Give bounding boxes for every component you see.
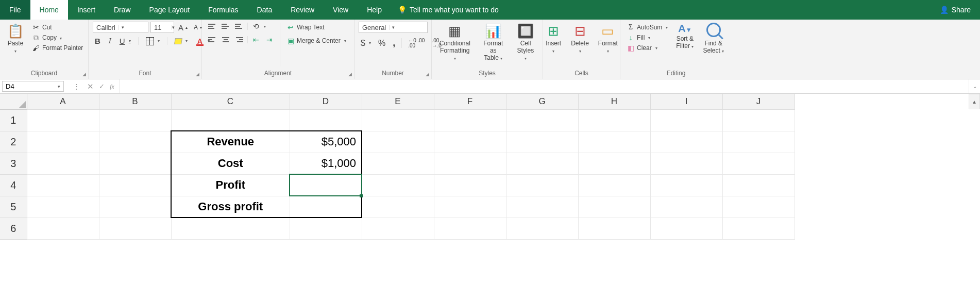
config-button[interactable]: ⋮	[71, 82, 82, 91]
tab-page-layout[interactable]: Page Layout	[140, 0, 199, 20]
align-left-button[interactable]	[206, 37, 218, 43]
cell-C3[interactable]: Cost	[171, 153, 290, 174]
formula-input[interactable]	[120, 79, 969, 93]
cell-D5[interactable]	[290, 196, 362, 218]
cancel-button[interactable]: ✕	[87, 82, 94, 91]
cell-G3[interactable]	[506, 153, 578, 174]
paste-button[interactable]: 📋 Paste	[4, 22, 27, 56]
cell-E5[interactable]	[362, 196, 434, 218]
cell-A6[interactable]	[27, 218, 99, 239]
row-header-3[interactable]: 3	[0, 153, 27, 174]
cell-A1[interactable]	[27, 109, 99, 131]
align-center-button[interactable]	[219, 37, 232, 43]
cell-A4[interactable]	[27, 174, 99, 196]
cell-grid[interactable]: A B C D E F G H I J 1 2 Revenue $5,000 3…	[0, 94, 795, 240]
percent-button[interactable]: %	[376, 38, 387, 48]
cell-E6[interactable]	[362, 218, 434, 239]
col-header-C[interactable]: C	[171, 94, 290, 109]
name-box[interactable]: D4▾	[2, 81, 64, 92]
cell-E2[interactable]	[362, 131, 434, 153]
cell-F3[interactable]	[434, 153, 506, 174]
cell-E1[interactable]	[362, 109, 434, 131]
sort-filter-button[interactable]: A▼Sort &Filter	[673, 22, 697, 51]
tab-file[interactable]: File	[0, 0, 30, 20]
cell-D6[interactable]	[290, 218, 362, 239]
delete-cells-button[interactable]: ⊟Delete	[568, 22, 592, 56]
cell-J2[interactable]	[722, 131, 795, 153]
scroll-up-button[interactable]: ▲	[969, 94, 980, 109]
format-painter-button[interactable]: Format Painter	[30, 43, 85, 53]
cell-E4[interactable]	[362, 174, 434, 196]
row-header-4[interactable]: 4	[0, 174, 27, 196]
cell-F2[interactable]	[434, 131, 506, 153]
orientation-button[interactable]: ⟲	[250, 22, 268, 31]
number-format-combo[interactable]: General▾	[359, 22, 428, 33]
cell-styles-button[interactable]: 🔲CellStyles	[513, 22, 538, 62]
increase-indent-button[interactable]: ⇥	[263, 35, 276, 44]
decrease-indent-button[interactable]: ⇤	[250, 35, 262, 44]
cell-B6[interactable]	[99, 218, 171, 239]
cell-I3[interactable]	[650, 153, 722, 174]
cell-A5[interactable]	[27, 196, 99, 218]
cell-H1[interactable]	[578, 109, 650, 131]
cell-C2[interactable]: Revenue	[171, 131, 290, 153]
accounting-format-button[interactable]: $	[359, 38, 373, 48]
cell-C1[interactable]	[171, 109, 290, 131]
format-as-table-button[interactable]: 📊Format asTable	[477, 22, 510, 62]
cell-E3[interactable]	[362, 153, 434, 174]
cell-G1[interactable]	[506, 109, 578, 131]
increase-decimal-button[interactable]: ←0 .00.00	[406, 38, 427, 49]
tab-data[interactable]: Data	[248, 0, 282, 20]
cell-J3[interactable]	[722, 153, 795, 174]
merge-center-button[interactable]: ▣Merge & Center	[284, 36, 348, 45]
cell-H3[interactable]	[578, 153, 650, 174]
col-header-F[interactable]: F	[434, 94, 506, 109]
cell-F5[interactable]	[434, 196, 506, 218]
share-button[interactable]: 👤 Share	[931, 0, 980, 20]
increase-font-button[interactable]: A▴	[176, 23, 190, 32]
row-header-2[interactable]: 2	[0, 131, 27, 153]
cell-B1[interactable]	[99, 109, 171, 131]
dialog-launcher-icon[interactable]: ◢	[82, 72, 86, 77]
wrap-text-button[interactable]: ↩Wrap Text	[284, 23, 348, 32]
underline-button[interactable]: U	[117, 36, 133, 46]
expand-formula-bar-button[interactable]: ⌄	[969, 79, 980, 93]
cell-G6[interactable]	[506, 218, 578, 239]
row-header-5[interactable]: 5	[0, 196, 27, 218]
cell-C5[interactable]: Gross profit	[171, 196, 290, 218]
cell-I1[interactable]	[650, 109, 722, 131]
italic-button[interactable]: I	[107, 36, 113, 46]
cell-I6[interactable]	[650, 218, 722, 239]
cell-D2[interactable]: $5,000	[290, 131, 362, 153]
cell-D1[interactable]	[290, 109, 362, 131]
cell-J6[interactable]	[722, 218, 795, 239]
autosum-button[interactable]: ΣAutoSum	[624, 23, 670, 32]
cell-F1[interactable]	[434, 109, 506, 131]
cell-D4[interactable]	[290, 174, 362, 196]
find-select-button[interactable]: Find &Select	[700, 22, 727, 56]
col-header-I[interactable]: I	[650, 94, 722, 109]
clear-button[interactable]: ◧Clear	[624, 43, 670, 53]
comma-button[interactable]: ,	[391, 37, 397, 49]
cell-B5[interactable]	[99, 196, 171, 218]
font-size-combo[interactable]: 11▾	[150, 22, 174, 33]
align-bottom-button[interactable]	[233, 23, 245, 29]
cell-D3[interactable]: $1,000	[290, 153, 362, 174]
cell-F6[interactable]	[434, 218, 506, 239]
bold-button[interactable]: B	[93, 36, 103, 46]
cell-G5[interactable]	[506, 196, 578, 218]
cell-I4[interactable]	[650, 174, 722, 196]
cell-H5[interactable]	[578, 196, 650, 218]
col-header-E[interactable]: E	[362, 94, 434, 109]
fx-icon[interactable]: fx	[110, 82, 114, 91]
cell-C4[interactable]: Profit	[171, 174, 290, 196]
cell-B4[interactable]	[99, 174, 171, 196]
fill-color-button[interactable]	[173, 38, 190, 45]
cell-A2[interactable]	[27, 131, 99, 153]
col-header-D[interactable]: D	[290, 94, 362, 109]
cell-H2[interactable]	[578, 131, 650, 153]
tab-help[interactable]: Help	[358, 0, 391, 20]
dialog-launcher-icon[interactable]: ◢	[196, 72, 199, 77]
cell-A3[interactable]	[27, 153, 99, 174]
cell-G2[interactable]	[506, 131, 578, 153]
